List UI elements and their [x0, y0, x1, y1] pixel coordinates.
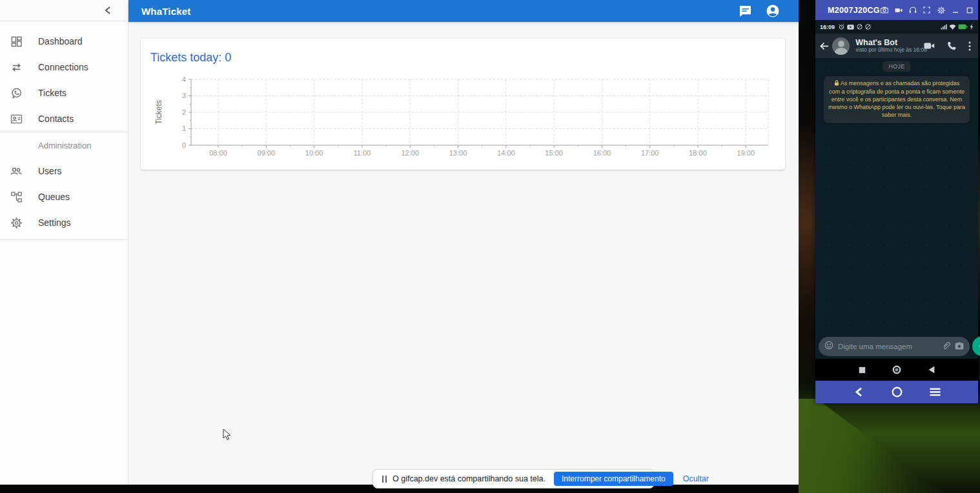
sidebar-item-label: Queues [38, 192, 70, 202]
svg-text:1: 1 [182, 125, 186, 132]
wifi-icon [949, 24, 956, 30]
emoji-icon[interactable] [824, 341, 833, 352]
signal-icon [941, 24, 947, 30]
encryption-text: As mensagens e as chamadas são protegida… [828, 80, 965, 118]
screen: Dashboard Connections Tickets Contacts [0, 0, 980, 493]
message-input[interactable] [838, 343, 937, 350]
maximize-icon[interactable] [965, 6, 974, 15]
avatar[interactable] [832, 37, 850, 55]
fullscreen-icon[interactable] [923, 6, 932, 15]
nav-home-button[interactable] [890, 386, 903, 399]
app-title: WhaTicket [128, 6, 191, 17]
status-time: 16:09 [820, 24, 835, 30]
sidebar-item-connections[interactable]: Connections [0, 54, 128, 80]
svg-text:13:00: 13:00 [449, 149, 467, 157]
swap-arrows-icon [9, 60, 23, 74]
stop-sharing-button[interactable]: Interromper compartilhamento [554, 472, 673, 486]
tickets-chart: 0123408:0009:0010:0011:0012:0013:0014:00… [141, 39, 785, 170]
sidebar-item-dashboard[interactable]: Dashboard [0, 28, 128, 54]
dashboard-grid-icon [9, 34, 23, 48]
youtube-icon [847, 25, 854, 30]
charging-bolt-icon [970, 24, 974, 30]
svg-text:3: 3 [182, 92, 186, 99]
sidebar-item-settings[interactable]: Settings [0, 210, 128, 236]
svg-text:19:00: 19:00 [737, 149, 755, 157]
sidebar-item-label: Settings [38, 217, 71, 228]
svg-text:17:00: 17:00 [641, 149, 659, 157]
camera-icon[interactable] [880, 6, 889, 15]
account-circle-icon[interactable] [765, 3, 781, 19]
sidebar-item-label: Users [38, 166, 62, 176]
wallpaper-hill [799, 399, 980, 493]
data-circle-icon [857, 24, 863, 30]
mic-button[interactable] [972, 336, 980, 356]
contact-card-icon [9, 112, 23, 126]
svg-text:08:00: 08:00 [209, 149, 227, 157]
attach-icon[interactable] [942, 341, 950, 352]
chat-contact-info[interactable]: What's Bot visto por último hoje às 16:0… [855, 38, 924, 54]
sidebar-item-tickets[interactable]: Tickets [0, 80, 128, 106]
nav-back-button[interactable] [852, 386, 865, 399]
nav-menu-button[interactable] [928, 386, 941, 399]
gear-icon [9, 216, 23, 230]
whatsapp-chat-header: What's Bot visto por último hoje às 16:0… [815, 34, 978, 58]
svg-text:18:00: 18:00 [689, 149, 707, 157]
svg-text:Tickets: Tickets [154, 100, 163, 125]
gear-icon[interactable] [937, 6, 946, 15]
share-message: O gifcap.dev está compartilhando sua tel… [393, 474, 546, 483]
sidebar-item-label: Tickets [38, 88, 66, 98]
message-input-row [815, 336, 978, 356]
share-indicator-icon [382, 476, 387, 483]
tickets-chart-card: Tickets today: 0 0123408:0009:0010:0011:… [141, 39, 785, 170]
back-arrow-icon[interactable] [819, 41, 829, 51]
battery-icon [958, 24, 968, 30]
kebab-menu-icon[interactable] [968, 41, 971, 51]
sidebar-item-label: Dashboard [38, 36, 83, 46]
appbar: WhaTicket [128, 0, 799, 22]
mirror-navbar [815, 381, 978, 403]
chat-icon[interactable] [737, 3, 753, 19]
main-content: Tickets today: 0 0123408:0009:0010:0011:… [128, 22, 799, 485]
chevron-left-icon [105, 6, 111, 14]
sidebar-item-label: Connections [38, 62, 88, 72]
sidebar-admin-header: Administration [0, 132, 128, 158]
date-chip: HOJE [883, 61, 910, 72]
lock-icon [834, 80, 839, 88]
camera-icon[interactable] [955, 341, 964, 352]
chat-contact-name: What's Bot [855, 38, 924, 47]
alarm-icon [839, 24, 844, 30]
sidebar-nav: Dashboard Connections Tickets Contacts [0, 21, 128, 240]
hide-share-bar-link[interactable]: Ocultar [683, 474, 709, 483]
headset-icon[interactable] [908, 6, 917, 15]
phone-statusbar: 16:09 [815, 20, 978, 34]
whatsapp-icon [9, 86, 23, 100]
videocall-icon[interactable] [924, 42, 935, 50]
chat-last-seen: visto por último hoje às 16:08 [855, 47, 924, 54]
sidebar: Dashboard Connections Tickets Contacts [0, 0, 128, 485]
svg-text:16:00: 16:00 [593, 149, 611, 157]
sidebar-header [0, 0, 128, 21]
android-navbar [815, 359, 978, 381]
sidebar-item-queues[interactable]: Queues [0, 184, 128, 210]
tree-icon [9, 190, 23, 204]
sidebar-item-users[interactable]: Users [0, 158, 128, 184]
videocam-icon[interactable] [894, 6, 903, 15]
collapse-sidebar-button[interactable] [101, 3, 115, 17]
home-button[interactable] [892, 365, 902, 375]
phone-window-title: M2007J20CG [828, 6, 880, 15]
svg-text:2: 2 [182, 108, 186, 116]
svg-text:15:00: 15:00 [545, 149, 563, 157]
svg-text:12:00: 12:00 [401, 149, 419, 157]
encryption-notice[interactable]: As mensagens e as chamadas são protegida… [824, 76, 970, 123]
recents-button[interactable] [857, 365, 867, 375]
svg-text:10:00: 10:00 [305, 149, 323, 157]
message-input-pill[interactable] [819, 337, 970, 356]
sidebar-item-contacts[interactable]: Contacts [0, 106, 128, 132]
phone-mirror-window: M2007J20CG 16:09 [815, 0, 978, 403]
minimize-icon[interactable] [951, 6, 960, 15]
screen-share-bar: O gifcap.dev está compartilhando sua tel… [373, 469, 655, 488]
sidebar-item-label: Contacts [38, 114, 74, 124]
back-button[interactable] [926, 365, 937, 375]
phone-window-titlebar[interactable]: M2007J20CG [815, 0, 978, 20]
call-icon[interactable] [947, 41, 956, 50]
